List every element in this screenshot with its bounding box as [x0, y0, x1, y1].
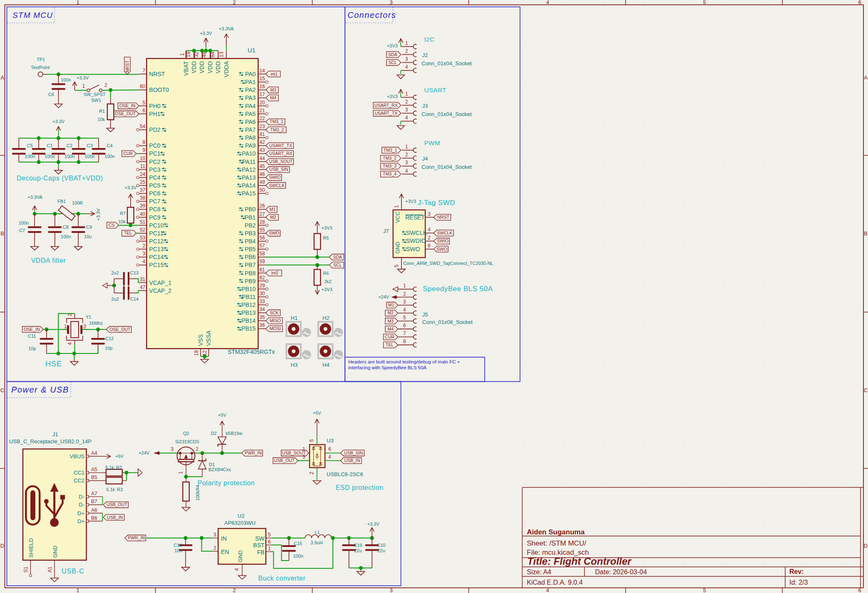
svg-text:PB6: PB6 [245, 254, 256, 260]
svg-text:3: 3 [405, 107, 408, 113]
svg-text:SWO: SWO [406, 246, 420, 252]
svg-text:CUR: CUR [123, 151, 133, 156]
svg-text:U3: U3 [327, 437, 334, 444]
svg-text:PWR_IN: PWR_IN [128, 535, 145, 540]
svg-text:Si2319CDS: Si2319CDS [175, 439, 199, 444]
svg-text:4: 4 [143, 259, 146, 264]
svg-text:D+: D+ [77, 510, 84, 516]
svg-text:2k2: 2k2 [324, 279, 332, 284]
svg-text:3: 3 [213, 532, 216, 538]
svg-text:M2: M2 [387, 310, 394, 315]
svg-text:Conn_ARM_SWD_TagConnect_TC2030: Conn_ARM_SWD_TagConnect_TC2030-NL [403, 261, 493, 266]
svg-text:C4: C4 [107, 143, 113, 148]
svg-text:CS: CS [109, 222, 115, 227]
svg-text:A5: A5 [91, 467, 97, 472]
svg-text:4: 4 [546, 587, 549, 593]
svg-text:5: 5 [703, 587, 706, 593]
svg-text:SCK: SCK [270, 310, 279, 315]
svg-text:5: 5 [403, 315, 406, 321]
svg-text:3: 3 [83, 324, 86, 329]
svg-text:5: 5 [703, 0, 706, 5]
svg-text:TP1: TP1 [37, 57, 45, 62]
svg-text:22u: 22u [377, 548, 385, 553]
svg-text:USB_C_Receptacle_USB2.0_14P: USB_C_Receptacle_USB2.0_14P [9, 438, 92, 445]
svg-text:100kR4: 100kR4 [195, 485, 200, 501]
svg-text:PB0: PB0 [245, 206, 256, 212]
svg-text:4: 4 [234, 568, 240, 571]
svg-text:2: 2 [104, 82, 107, 88]
svg-text:+3V3: +3V3 [322, 287, 332, 292]
svg-text:38: 38 [140, 195, 146, 201]
svg-text:PC7: PC7 [149, 198, 160, 205]
svg-text:10p: 10p [28, 346, 36, 351]
svg-text:2: 2 [405, 152, 408, 158]
svg-text:USB_SOUT: USB_SOUT [269, 159, 293, 164]
svg-text:PC2: PC2 [149, 158, 160, 165]
svg-text:PC9: PC9 [149, 214, 160, 221]
svg-text:28: 28 [259, 219, 265, 225]
svg-text:OSE_IN: OSE_IN [24, 327, 40, 332]
svg-text:PB7: PB7 [245, 262, 256, 268]
svg-text:EN: EN [221, 549, 229, 555]
svg-text:PB9: PB9 [245, 278, 256, 284]
svg-text:VDDA filter: VDDA filter [31, 257, 66, 264]
svg-text:16Mhz: 16Mhz [89, 321, 103, 326]
svg-text:J1: J1 [52, 431, 58, 437]
svg-text:PD2: PD2 [149, 126, 160, 133]
svg-text:VDDA: VDDA [223, 61, 230, 77]
svg-text:+3.3VA: +3.3VA [219, 26, 234, 31]
svg-text:2: 2 [196, 446, 198, 452]
svg-text:PA1: PA1 [245, 79, 256, 85]
svg-text:PC15: PC15 [149, 262, 164, 268]
svg-text:4: 4 [405, 64, 408, 70]
svg-text:CC1: CC1 [74, 469, 84, 476]
svg-text:D1: D1 [209, 462, 215, 467]
svg-text:8: 8 [143, 139, 146, 145]
svg-text:5: 5 [394, 264, 399, 267]
svg-text:USB_IN: USB_IN [107, 515, 123, 520]
svg-text:+3V3: +3V3 [405, 199, 416, 204]
svg-text:M4: M4 [270, 95, 276, 100]
svg-text:56: 56 [259, 235, 265, 241]
svg-text:11: 11 [140, 163, 146, 169]
svg-text:100n: 100n [19, 220, 29, 225]
svg-text:C13: C13 [130, 270, 139, 275]
svg-text:14: 14 [259, 68, 265, 74]
svg-text:B: B [864, 230, 868, 237]
svg-text:PA13: PA13 [242, 174, 255, 181]
svg-text:Q2: Q2 [183, 431, 189, 436]
svg-text:62: 62 [259, 275, 265, 281]
svg-text:D: D [0, 543, 4, 549]
svg-text:A1: A1 [47, 566, 53, 573]
svg-text:6: 6 [858, 587, 861, 593]
svg-text:PB3: PB3 [245, 230, 256, 237]
svg-text:54: 54 [140, 124, 146, 129]
svg-text:M1: M1 [270, 207, 276, 212]
svg-text:49: 49 [259, 179, 265, 185]
svg-text:STM MCU: STM MCU [12, 11, 53, 20]
svg-text:43: 43 [259, 147, 265, 153]
svg-text:100n: 100n [104, 154, 114, 159]
svg-text:USART: USART [424, 86, 446, 94]
svg-text:39: 39 [140, 203, 146, 209]
svg-text:M4: M4 [387, 326, 394, 331]
svg-text:PB2: PB2 [245, 222, 256, 229]
svg-text:1: 1 [268, 546, 271, 551]
svg-text:C11: C11 [28, 334, 36, 339]
svg-text:R3: R3 [117, 487, 123, 492]
svg-text:4: 4 [328, 454, 331, 460]
svg-text:10u: 10u [84, 234, 92, 239]
svg-text:3: 3 [405, 160, 408, 166]
svg-text:26: 26 [259, 203, 265, 209]
svg-text:2u2: 2u2 [111, 270, 119, 275]
svg-text:SWO: SWO [437, 247, 447, 252]
svg-text:7: 7 [403, 331, 406, 336]
svg-text:USB_SIN: USB_SIN [344, 450, 363, 455]
svg-text:VBAT: VBAT [183, 61, 189, 76]
svg-text:53: 53 [140, 235, 146, 241]
svg-text:3: 3 [405, 56, 408, 62]
svg-text:2: 2 [143, 243, 146, 249]
svg-text:Conn_01x04_Socket: Conn_01x04_Socket [422, 111, 472, 117]
svg-text:55: 55 [259, 227, 265, 233]
svg-text:PB5: PB5 [245, 246, 256, 252]
